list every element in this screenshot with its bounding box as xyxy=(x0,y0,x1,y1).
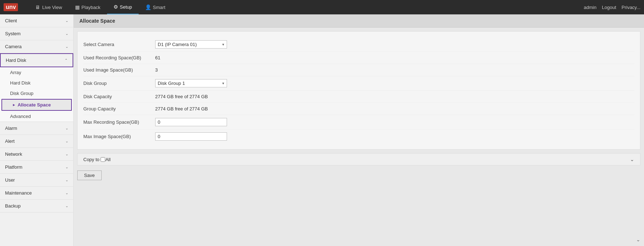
camera-label: Camera xyxy=(5,44,22,49)
sidebar-item-network[interactable]: Network ⌄ xyxy=(0,148,73,160)
form-row-select-camera: Select Camera D1 (IP Camera 01) D2 (IP C… xyxy=(83,37,634,52)
form-row-disk-capacity: Disk Capacity 2774 GB free of 2774 GB xyxy=(83,91,634,103)
sidebar: Client ⌄ System ⌄ Camera ⌄ Hard Disk ⌃ xyxy=(0,14,74,246)
sidebar-section-platform: Platform ⌄ xyxy=(0,161,73,174)
sidebar-item-advanced[interactable]: Advanced xyxy=(0,111,73,122)
monitor-icon: 🖥 xyxy=(35,4,40,10)
chevron-down-icon: ⌄ xyxy=(65,152,68,156)
hard-disk-children: Array Hard Disk Disk Group ► Allocate Sp… xyxy=(0,67,73,122)
select-camera-wrapper: D1 (IP Camera 01) D2 (IP Camera 02) xyxy=(155,40,227,49)
sidebar-section-system: System ⌄ xyxy=(0,27,73,40)
disk-capacity-value: 2774 GB free of 2774 GB xyxy=(155,94,208,99)
allocate-space-label: Allocate Space xyxy=(18,102,51,108)
form-row-max-image: Max Image Space(GB) xyxy=(83,129,634,144)
sidebar-item-hard-disk[interactable]: Hard Disk ⌃ xyxy=(0,53,73,67)
sidebar-section-backup: Backup ⌄ xyxy=(0,200,73,213)
nav-playback-label: Playback xyxy=(82,5,101,10)
disk-group-label: Disk Group xyxy=(83,81,155,86)
nav-live-view-label: Live View xyxy=(42,5,62,10)
content-area: Allocate Space Select Camera D1 (IP Came… xyxy=(74,14,644,246)
sidebar-section-user: User ⌄ xyxy=(0,174,73,187)
copy-to-label: Copy to xyxy=(83,157,99,162)
setup-icon: ⚙ xyxy=(113,4,118,10)
sidebar-section-client: Client ⌄ xyxy=(0,14,73,27)
group-capacity-label: Group Capacity xyxy=(83,106,155,111)
network-label: Network xyxy=(5,151,22,157)
sidebar-item-alarm[interactable]: Alarm ⌄ xyxy=(0,122,73,135)
nav-smart-label: Smart xyxy=(153,5,166,10)
user-label: User xyxy=(5,177,15,183)
nav-live-view[interactable]: 🖥 Live View xyxy=(29,0,68,14)
active-arrow-icon: ► xyxy=(12,103,16,107)
sidebar-item-camera[interactable]: Camera ⌄ xyxy=(0,40,73,53)
form-row-used-image: Used Image Space(GB) 3 xyxy=(83,64,634,76)
array-label: Array xyxy=(10,70,21,75)
chevron-down-icon: ⌄ xyxy=(65,191,68,195)
select-camera-label: Select Camera xyxy=(83,42,155,47)
sidebar-item-system[interactable]: System ⌄ xyxy=(0,27,73,40)
sidebar-item-alert[interactable]: Alert ⌄ xyxy=(0,135,73,147)
copy-all-label: All xyxy=(105,157,110,162)
used-recording-space-value: 61 xyxy=(155,55,160,60)
scroll-down-arrow[interactable]: ⌄ xyxy=(636,237,640,242)
logout-link[interactable]: Logout xyxy=(602,5,616,10)
sidebar-item-disk-group[interactable]: Disk Group xyxy=(0,88,73,99)
chevron-down-icon: ⌄ xyxy=(65,139,68,143)
form-area: Select Camera D1 (IP Camera 01) D2 (IP C… xyxy=(77,31,640,150)
username: admin xyxy=(584,5,596,10)
nav-setup[interactable]: ⚙ Setup xyxy=(107,0,139,14)
privacy-link[interactable]: Privacy... xyxy=(622,5,641,10)
alert-label: Alert xyxy=(5,138,15,144)
disk-group-wrapper: Disk Group 1 Disk Group 2 xyxy=(155,79,227,87)
form-row-used-recording: Used Recording Space(GB) 61 xyxy=(83,52,634,64)
chevron-down-icon: ⌄ xyxy=(65,19,68,23)
max-image-space-input[interactable] xyxy=(155,132,227,141)
platform-label: Platform xyxy=(5,164,22,170)
disk-group-label: Disk Group xyxy=(10,91,33,96)
sidebar-item-client[interactable]: Client ⌄ xyxy=(0,14,73,27)
used-image-space-label: Used Image Space(GB) xyxy=(83,67,155,73)
save-area: Save xyxy=(77,169,640,182)
nav-playback[interactable]: ▦ Playback xyxy=(69,0,107,14)
sidebar-item-backup[interactable]: Backup ⌄ xyxy=(0,200,73,212)
sidebar-item-allocate-space[interactable]: ► Allocate Space xyxy=(1,99,72,111)
group-capacity-value: 2774 GB free of 2774 GB xyxy=(155,106,208,111)
logo-text: unv xyxy=(4,3,18,11)
nav-items: 🖥 Live View ▦ Playback ⚙ Setup 👤 Smart xyxy=(29,0,584,14)
alarm-label: Alarm xyxy=(5,126,17,131)
sidebar-section-alarm: Alarm ⌄ xyxy=(0,122,73,135)
sidebar-section-camera: Camera ⌄ xyxy=(0,40,73,53)
page-title: Allocate Space xyxy=(79,18,115,24)
sidebar-item-array[interactable]: Array xyxy=(0,67,73,78)
max-image-space-label: Max Image Space(GB) xyxy=(83,134,155,139)
chevron-down-icon: ⌄ xyxy=(65,32,68,36)
sidebar-item-hard-disk-child[interactable]: Hard Disk xyxy=(0,78,73,88)
hard-disk-label: Hard Disk xyxy=(6,58,26,63)
logo: unv xyxy=(4,3,18,11)
sidebar-item-maintenance[interactable]: Maintenance ⌄ xyxy=(0,187,73,199)
disk-group-dropdown[interactable]: Disk Group 1 Disk Group 2 xyxy=(155,79,227,87)
nav-setup-label: Setup xyxy=(120,4,132,10)
sidebar-section-maintenance: Maintenance ⌄ xyxy=(0,187,73,200)
select-camera-dropdown[interactable]: D1 (IP Camera 01) D2 (IP Camera 02) xyxy=(155,40,227,49)
chevron-down-icon: ⌄ xyxy=(65,204,68,208)
sidebar-section-hard-disk: Hard Disk ⌃ Array Hard Disk Disk Group ►… xyxy=(0,53,73,122)
chevron-down-icon: ⌄ xyxy=(65,45,68,49)
chevron-down-icon: ⌄ xyxy=(65,126,68,130)
nav-smart[interactable]: 👤 Smart xyxy=(139,0,172,14)
copy-all-checkbox[interactable] xyxy=(101,157,105,162)
chevron-down-icon: ⌄ xyxy=(65,178,68,182)
smart-icon: 👤 xyxy=(145,4,151,10)
content-inner: Allocate Space Select Camera D1 (IP Came… xyxy=(74,14,644,182)
maintenance-label: Maintenance xyxy=(5,190,32,196)
page-header: Allocate Space xyxy=(74,14,644,28)
max-recording-space-input[interactable] xyxy=(155,118,227,126)
main-layout: Client ⌄ System ⌄ Camera ⌄ Hard Disk ⌃ xyxy=(0,14,644,246)
form-row-disk-group: Disk Group Disk Group 1 Disk Group 2 xyxy=(83,76,634,91)
sidebar-item-platform[interactable]: Platform ⌄ xyxy=(0,161,73,173)
hard-disk-child-label: Hard Disk xyxy=(10,80,31,86)
sidebar-item-user[interactable]: User ⌄ xyxy=(0,174,73,186)
copy-dropdown-button[interactable]: ⌄ xyxy=(630,156,634,162)
chevron-up-icon: ⌃ xyxy=(65,58,68,62)
save-button[interactable]: Save xyxy=(77,170,102,180)
